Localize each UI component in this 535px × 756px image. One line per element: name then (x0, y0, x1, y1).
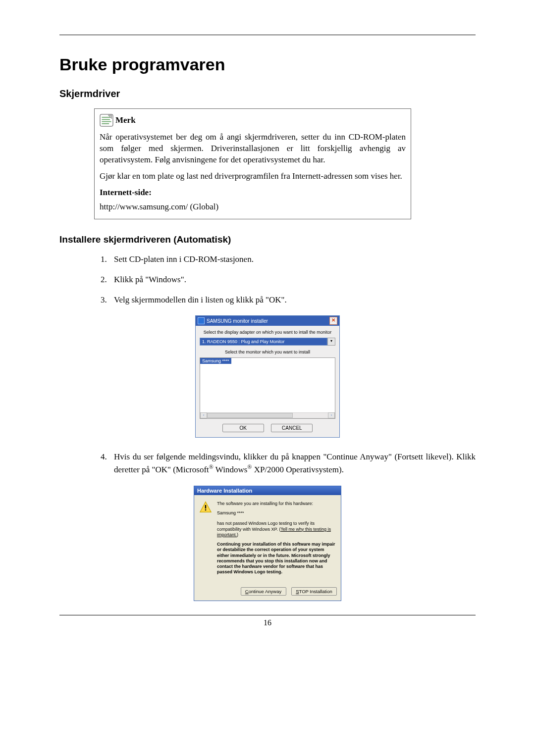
hw-device-name: Samsung **** (217, 510, 336, 516)
stop-installation-button[interactable]: STOP Installation (291, 587, 337, 596)
note-icon (100, 114, 113, 127)
note-paragraph-2: Gjør klar en tom plate og last ned drive… (100, 171, 406, 182)
scroll-left-button[interactable]: ‹ (200, 412, 207, 418)
note-url: http://www.samsung.com/ (Global) (100, 202, 406, 213)
installer-instruction-1: Select the display adapter on which you … (200, 330, 335, 335)
adapter-selected: 1. RADEON 9550 : Plug and Play Monitor (200, 338, 327, 346)
installer-title: SAMSUNG monitor installer (207, 318, 268, 324)
note-heading: Merk (100, 114, 406, 127)
note-internet-label: Internett-side: (100, 187, 406, 199)
hardware-installation-dialog: Hardware Installation The software you a… (194, 486, 341, 601)
hw-line-1: The software you are installing for this… (217, 501, 336, 506)
page-number: 16 (59, 618, 476, 627)
step-4: Hvis du ser følgende meldingsvindu, klik… (109, 452, 476, 476)
note-paragraph-1: Når operativsystemet ber deg om å angi s… (100, 132, 406, 166)
monitor-list-item[interactable]: Samsung **** (200, 358, 231, 364)
scrollbar-track[interactable] (207, 412, 328, 418)
installer-instruction-2: Select the monitor which you want to ins… (200, 350, 335, 354)
hw-warning-bold: Continuing your installation of this sof… (217, 542, 336, 575)
top-rule (59, 35, 476, 35)
scroll-right-button[interactable]: › (328, 412, 335, 418)
note-box: Merk Når operativsystemet ber deg om å a… (94, 108, 411, 219)
page-title: Bruke programvaren (59, 55, 476, 74)
installer-dialog: SAMSUNG monitor installer ✕ Select the d… (195, 315, 340, 438)
installer-sys-icon (198, 317, 205, 324)
adapter-dropdown[interactable]: 1. RADEON 9550 : Plug and Play Monitor ▾ (200, 338, 335, 346)
hw-line-2: has not passed Windows Logo testing to v… (217, 521, 336, 538)
section-heading-skjermdriver: Skjermdriver (59, 88, 476, 100)
svg-rect-3 (205, 509, 206, 510)
step-1: Sett CD-platen inn i CD-ROM-stasjonen. (109, 254, 476, 265)
cancel-button[interactable]: CANCEL (271, 424, 313, 432)
steps-list: Sett CD-platen inn i CD-ROM-stasjonen. K… (94, 254, 476, 306)
ok-button[interactable]: OK (222, 424, 264, 432)
bottom-rule (59, 615, 476, 615)
dropdown-arrow-icon[interactable]: ▾ (327, 338, 335, 346)
registered-mark-1: ® (209, 463, 214, 470)
continue-anyway-button[interactable]: Continue Anyway (241, 587, 286, 596)
section-heading-install: Installere skjermdriveren (Automatisk) (59, 234, 476, 245)
close-button[interactable]: ✕ (329, 317, 337, 325)
step-4-text-c: XP/2000 Operativsystem). (252, 465, 344, 474)
note-label: Merk (115, 115, 136, 126)
step-4-text-b: Windows (214, 465, 247, 474)
hw-titlebar: Hardware Installation (194, 486, 341, 495)
step-3: Velg skjermmodellen din i listen og klik… (109, 295, 476, 306)
monitor-list[interactable]: Samsung **** ‹ › (200, 357, 335, 419)
steps-list-continued: Hvis du ser følgende meldingsvindu, klik… (94, 452, 476, 476)
warning-icon (199, 501, 212, 513)
hw-line-2b: ) (237, 532, 238, 537)
horizontal-scrollbar[interactable]: ‹ › (200, 412, 335, 418)
installer-titlebar: SAMSUNG monitor installer ✕ (196, 316, 339, 326)
scrollbar-thumb[interactable] (207, 413, 293, 418)
step-2: Klikk på "Windows". (109, 274, 476, 286)
svg-rect-2 (205, 505, 206, 508)
